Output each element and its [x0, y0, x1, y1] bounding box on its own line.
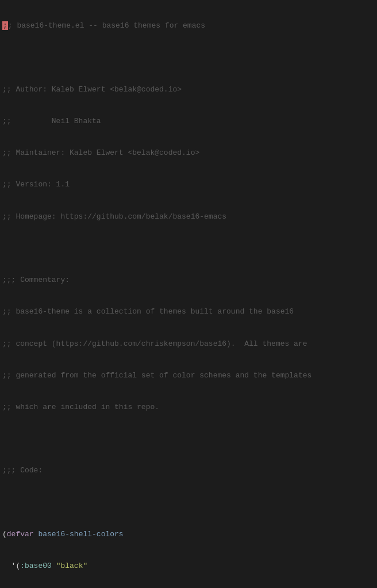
code-line — [0, 53, 377, 64]
code-text: ; base16-theme.el -- base16 themes for e… — [8, 21, 205, 30]
cursor-indicator: ; — [2, 21, 8, 30]
code-line: (defvar base16-shell-colors — [0, 529, 377, 540]
code-line: ;; generated from the official set of co… — [0, 371, 377, 381]
code-line: '(:base00 "black" — [0, 561, 377, 572]
code-line: ;; Version: 1.1 — [0, 180, 377, 190]
code-line: ;; Neil Bhakta — [0, 116, 377, 127]
code-line: ;; Maintainer: Kaleb Elwert <belak@coded… — [0, 148, 377, 159]
code-line: ;;; Commentary: — [0, 275, 377, 286]
code-line: ;;; Code: — [0, 465, 377, 476]
code-line: ;; base16-theme.el -- base16 themes for … — [0, 21, 377, 32]
code-line — [0, 498, 377, 509]
code-line: ;; Author: Kaleb Elwert <belak@coded.io> — [0, 85, 377, 96]
code-line: ;; concept (https://github.com/chriskemp… — [0, 339, 377, 350]
code-line: ;; base16-theme is a collection of theme… — [0, 307, 377, 318]
code-line — [0, 434, 377, 445]
code-section: ;; base16-theme.el -- base16 themes for … — [0, 0, 377, 588]
code-line: ;; Homepage: https://github.com/belak/ba… — [0, 212, 377, 223]
code-line: ;; which are included in this repo. — [0, 402, 377, 413]
editor-container: ;; base16-theme.el -- base16 themes for … — [0, 0, 377, 588]
code-line — [0, 243, 377, 254]
